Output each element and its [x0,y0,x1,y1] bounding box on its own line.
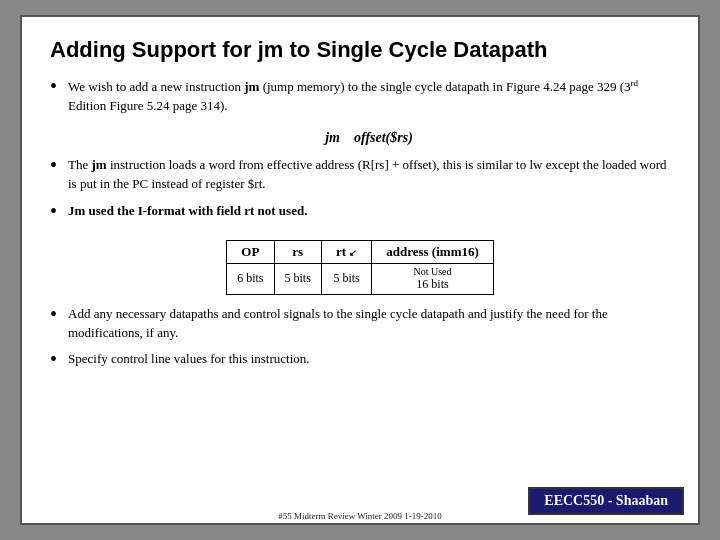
col-addr: address (imm16) [372,240,494,263]
jm-format: jm offset($rs) [68,130,670,146]
bullet-dot-2: • [50,154,68,176]
bullet-text-4: Add any necessary datapaths and control … [68,305,670,343]
slide-title: Adding Support for jm to Single Cycle Da… [50,37,670,63]
bullet-dot-3: • [50,200,68,222]
bullet-dot-5: • [50,348,68,370]
bullet-item-2: • The jm instruction loads a word from e… [50,156,670,194]
slide: Adding Support for jm to Single Cycle Da… [20,15,700,525]
bullet-item-5: • Specify control line values for this i… [50,350,670,370]
bullet-item-1: • We wish to add a new instruction jm (j… [50,77,670,116]
bullet-dot-4: • [50,303,68,325]
bullet-text-2: The jm instruction loads a word from eff… [68,156,670,194]
footer-text: #55 Midterm Review Winter 2009 1-19-2010 [278,511,442,521]
bullet-list-top: • We wish to add a new instruction jm (j… [50,77,670,124]
col-rt: rt ↙ [321,240,371,263]
bullet-list-bottom: • Add any necessary datapaths and contro… [50,305,670,379]
addr-bits-value: 16 bits [416,277,448,292]
bullet-dot-1: • [50,75,68,97]
instruction-table: OP rs rt ↙ address (imm16) 6 bits 5 bits… [226,240,494,295]
bullet-item-3: • Jm used the I-format with field rt not… [50,202,670,222]
bullet-item-4: • Add any necessary datapaths and contro… [50,305,670,343]
cell-addr-bits: Not Used 16 bits [372,263,494,294]
bullet-text-3: Jm used the I-format with field rt not u… [68,202,670,221]
bullet-text-5: Specify control line values for this ins… [68,350,670,369]
cell-op-bits: 6 bits [227,263,274,294]
col-rs: rs [274,240,321,263]
cell-rs-bits: 5 bits [274,263,321,294]
eecc-badge: EECC550 - Shaaban [528,487,684,515]
cell-rt-bits: 5 bits [321,263,371,294]
bullet-text-1: We wish to add a new instruction jm (jum… [68,77,670,116]
bullet-list-mid: • The jm instruction loads a word from e… [50,156,670,230]
col-op: OP [227,240,274,263]
instruction-table-wrapper: OP rs rt ↙ address (imm16) 6 bits 5 bits… [50,240,670,295]
not-used-label: Not Used [413,266,451,277]
